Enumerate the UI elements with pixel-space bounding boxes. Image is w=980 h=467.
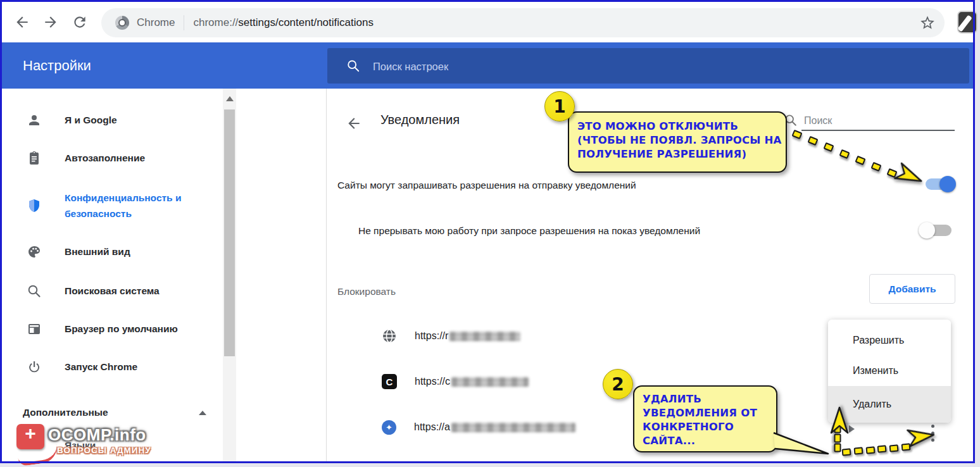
nav-content-divider <box>326 89 327 463</box>
browser-toolbar: Chrome chrome://settings/content/notific… <box>0 2 975 42</box>
annotation-callout-1: ЭТО МОЖНО ОТКЛЮЧИТЬ (ЧТОБЫ НЕ ПОЯВЛ. ЗАП… <box>568 111 787 173</box>
sidebar-item-default-browser[interactable]: Браузер по умолчанию <box>27 314 178 344</box>
omnibox-url-scheme: chrome:// <box>193 16 238 29</box>
sidebar-item-label: Я и Google <box>65 115 117 126</box>
site-url-prefix: https://a <box>414 421 450 433</box>
annotation-badge-2: 2 <box>603 369 633 399</box>
sidebar-item-privacy-security[interactable]: Конфиденциальность и безопасность <box>27 190 210 221</box>
person-icon <box>27 113 42 128</box>
omnibox-separator <box>184 15 184 30</box>
sidebar-item-label: Автозаполнение <box>65 153 145 164</box>
blurred-url <box>451 423 575 432</box>
arrow-dash <box>855 155 865 165</box>
bookmark-star-icon[interactable] <box>919 15 936 31</box>
toggle-knob <box>919 222 935 239</box>
menu-item-allow[interactable]: Разрешить <box>828 325 951 356</box>
omnibox-text: Chrome chrome://settings/content/notific… <box>137 8 374 37</box>
annotation-arrowhead <box>829 406 850 435</box>
arrow-dash <box>853 447 863 455</box>
annotation-badge-1: 1 <box>544 91 575 121</box>
clipboard-icon <box>27 151 42 166</box>
arrow-dash <box>870 162 881 171</box>
arrow-dash <box>807 136 818 146</box>
chevron-up-icon <box>199 411 206 415</box>
scrollbar-thumb[interactable] <box>224 109 235 356</box>
row-expand-arrow-icon[interactable] <box>849 425 855 433</box>
blurred-url <box>451 377 529 387</box>
arrow-dash <box>877 445 887 453</box>
sidebar-advanced-toggle[interactable]: Дополнительные <box>23 400 206 425</box>
annotation-callout-2-tail <box>747 428 836 457</box>
back-icon[interactable] <box>14 14 30 30</box>
blocked-site-row[interactable]: C https://c <box>382 368 529 395</box>
forward-icon[interactable] <box>42 14 59 30</box>
sidebar-item-on-startup[interactable]: Запуск Chrome <box>27 352 137 382</box>
arrow-dash <box>791 130 802 139</box>
arrow-dash <box>839 149 850 158</box>
power-icon <box>27 359 42 375</box>
sidebar-item-languages[interactable]: Языки <box>27 430 96 461</box>
back-arrow-icon[interactable] <box>346 115 362 132</box>
annotation-arrowhead <box>892 161 927 191</box>
menu-item-edit[interactable]: Изменить <box>828 356 951 386</box>
arrow-dash <box>842 448 851 456</box>
toggle-knob <box>939 176 956 192</box>
arrow-dash <box>823 142 834 152</box>
settings-search-box[interactable] <box>327 48 969 84</box>
globe-icon <box>382 328 397 344</box>
letter-c-icon: C <box>382 374 397 389</box>
blocked-site-row[interactable]: https://r <box>382 322 520 350</box>
omnibox-brand: Chrome <box>137 16 175 29</box>
toggle-row-label: Сайты могут запрашивать разрешения на от… <box>337 180 636 191</box>
omnibox-url-path: settings/content/notifications <box>238 16 374 29</box>
page-title: Уведомления <box>380 113 460 127</box>
sidebar-item-label: Языки <box>65 440 96 451</box>
notifications-ask-toggle[interactable] <box>926 178 955 190</box>
search-icon <box>346 59 360 73</box>
site-url-prefix: https://r <box>415 330 448 342</box>
sidebar-item-search-engine[interactable]: Поисковая система <box>27 276 160 306</box>
browser-window: Chrome chrome://settings/content/notific… <box>0 0 975 463</box>
browser-window-icon <box>27 321 42 337</box>
quieter-messaging-toggle[interactable] <box>922 225 952 236</box>
blocked-site-row[interactable]: ✦ https://a <box>382 413 575 441</box>
chrome-logo-icon <box>115 16 129 30</box>
settings-header: Настройки <box>0 42 975 89</box>
search-icon <box>27 283 42 299</box>
sidebar-item-label: Запуск Chrome <box>65 361 137 373</box>
settings-title: Настройки <box>23 42 91 89</box>
site-url-prefix: https://c <box>415 376 450 387</box>
reload-icon[interactable] <box>72 14 88 30</box>
block-section-label: Блокировать <box>337 286 396 297</box>
content-search-underline <box>801 130 955 131</box>
scrollbar-up-arrow-icon[interactable] <box>226 96 234 101</box>
toggle-row-label: Не прерывать мою работу при запросе разр… <box>358 225 700 237</box>
sidebar-item-me-and-google[interactable]: Я и Google <box>27 105 117 135</box>
sidebar-item-label: Конфиденциальность и безопасность <box>65 190 210 221</box>
sidebar-item-autofill[interactable]: Автозаполнение <box>27 143 145 173</box>
extension-icon[interactable] <box>957 11 977 34</box>
shield-icon <box>27 198 42 213</box>
arrow-dash <box>865 446 875 454</box>
sidebar-item-label: Браузер по умолчанию <box>65 323 178 335</box>
palette-icon <box>27 244 42 259</box>
omnibox[interactable]: Chrome chrome://settings/content/notific… <box>101 8 945 37</box>
add-button[interactable]: Добавить <box>869 274 955 304</box>
sidebar-advanced-label: Дополнительные <box>23 407 108 418</box>
arrow-dash <box>889 444 899 452</box>
blue-star-icon: ✦ <box>382 420 396 435</box>
sidebar-item-appearance[interactable]: Внешний вид <box>27 237 130 267</box>
blurred-url <box>449 332 520 341</box>
content-search-input[interactable] <box>803 111 955 130</box>
sidebar-scrollbar[interactable] <box>223 89 236 463</box>
sidebar-item-label: Внешний вид <box>65 246 130 258</box>
sidebar-item-label: Поисковая система <box>65 285 160 297</box>
screenshot-root: Chrome chrome://settings/content/notific… <box>0 0 980 467</box>
annotation-arrowhead <box>905 425 937 449</box>
settings-search-input[interactable] <box>372 48 767 85</box>
